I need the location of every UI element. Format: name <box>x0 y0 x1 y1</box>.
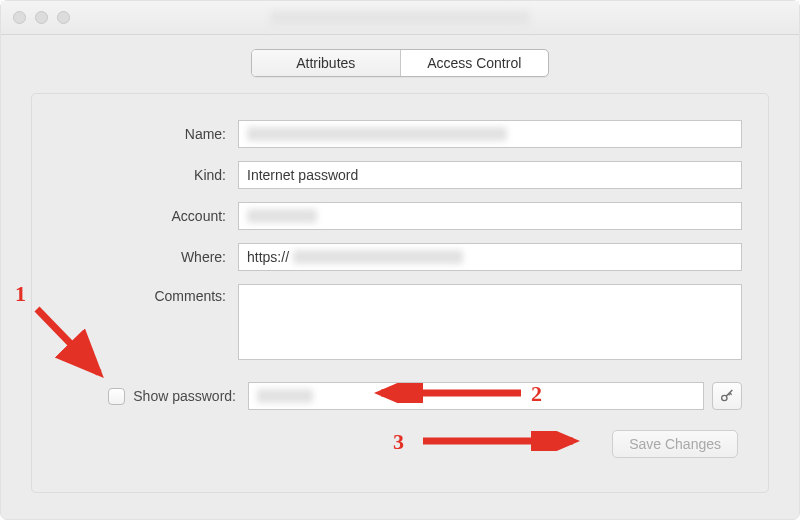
keychain-item-window: Attributes Access Control Name: Kind: In… <box>0 0 800 520</box>
show-password-label: Show password: <box>133 388 236 404</box>
password-assistant-button[interactable] <box>712 382 742 410</box>
panel-footer: Save Changes <box>58 430 742 458</box>
where-field[interactable]: https:// <box>238 243 742 271</box>
redacted-value <box>247 209 317 223</box>
comments-field[interactable] <box>238 284 742 360</box>
window-titlebar <box>1 1 799 35</box>
account-label: Account: <box>172 208 228 224</box>
tab-segmented-control: Attributes Access Control <box>251 49 549 77</box>
minimize-window-button[interactable] <box>35 11 48 24</box>
show-password-row: Show password: <box>58 382 742 410</box>
tab-access-control[interactable]: Access Control <box>400 50 549 76</box>
zoom-window-button[interactable] <box>57 11 70 24</box>
redacted-value <box>257 389 313 403</box>
save-changes-button[interactable]: Save Changes <box>612 430 738 458</box>
show-password-control: Show password: <box>58 388 238 405</box>
redacted-value <box>293 250 463 264</box>
button-label: Save Changes <box>629 436 721 452</box>
name-label: Name: <box>185 126 228 142</box>
annotation-number-1: 1 <box>15 281 26 307</box>
window-controls <box>13 11 70 24</box>
kind-value: Internet password <box>247 167 358 183</box>
where-prefix: https:// <box>247 249 289 265</box>
close-window-button[interactable] <box>13 11 26 24</box>
attributes-panel: Name: Kind: Internet password Account: W… <box>31 93 769 493</box>
comments-label: Comments: <box>154 284 228 304</box>
account-field[interactable] <box>238 202 742 230</box>
tab-label: Access Control <box>427 55 521 71</box>
show-password-checkbox[interactable] <box>108 388 125 405</box>
name-field[interactable] <box>238 120 742 148</box>
kind-label: Kind: <box>194 167 228 183</box>
key-icon <box>719 388 735 404</box>
kind-field[interactable]: Internet password <box>238 161 742 189</box>
where-label: Where: <box>181 249 228 265</box>
tab-attributes[interactable]: Attributes <box>252 50 400 76</box>
tab-label: Attributes <box>296 55 355 71</box>
window-title <box>270 11 530 25</box>
attributes-grid: Name: Kind: Internet password Account: W… <box>58 120 742 360</box>
redacted-value <box>247 127 507 141</box>
svg-point-0 <box>722 395 727 400</box>
password-field[interactable] <box>248 382 704 410</box>
